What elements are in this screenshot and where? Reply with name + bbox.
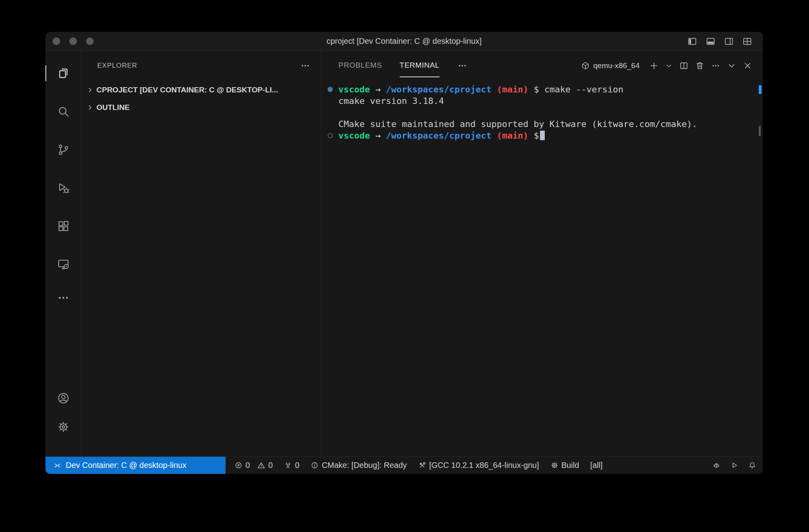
- split-terminal-button[interactable]: [679, 61, 689, 70]
- activity-run-debug[interactable]: [45, 169, 81, 207]
- radio-tower-icon: [284, 461, 292, 469]
- activity-account[interactable]: [45, 384, 81, 413]
- explorer-more-actions-button[interactable]: [300, 61, 310, 71]
- sidebar-section-outline[interactable]: OUTLINE: [81, 99, 321, 116]
- prompt-branch: (main): [497, 131, 528, 141]
- terminal-scrollbar-thumb[interactable]: [759, 126, 761, 136]
- kit-selector[interactable]: [GCC 10.2.1 x86_64-linux-gnu]: [418, 457, 539, 474]
- tab-problems[interactable]: PROBLEMS: [338, 54, 382, 77]
- plus-icon: [649, 61, 659, 70]
- problems-status[interactable]: 0 0: [234, 457, 273, 474]
- zoom-window-button[interactable]: [86, 37, 94, 45]
- close-panel-button[interactable]: [743, 61, 752, 70]
- activity-explorer[interactable]: [45, 54, 81, 92]
- debug-button[interactable]: [712, 461, 721, 469]
- trash-icon: [695, 61, 705, 70]
- titlebar: cproject [Dev Container: C @ desktop-lin…: [45, 32, 763, 51]
- project-section-label: CPROJECT [DEV CONTAINER: C @ DESKTOP-LI.…: [96, 86, 278, 94]
- explorer-title: EXPLORER: [97, 62, 137, 70]
- gear-icon: [57, 420, 70, 434]
- overview-ruler-command-mark: [759, 85, 762, 94]
- customize-layout-button[interactable]: [742, 36, 752, 47]
- source-control-icon: [57, 143, 70, 156]
- account-icon: [57, 391, 70, 405]
- prompt-dollar: $: [534, 131, 539, 141]
- terminal-command: cmake --version: [544, 84, 624, 94]
- activity-search[interactable]: [45, 92, 81, 131]
- terminal-command-decoration-icon[interactable]: [328, 87, 333, 92]
- prompt-arrow: →: [375, 131, 381, 141]
- activity-extensions[interactable]: [45, 207, 81, 245]
- tab-terminal[interactable]: TERMINAL: [400, 54, 440, 77]
- close-icon: [743, 61, 752, 70]
- info-icon: [310, 461, 319, 469]
- ellipsis-icon: [57, 291, 70, 305]
- build-target-label: [all]: [590, 461, 603, 470]
- prompt-arrow: →: [375, 84, 381, 94]
- terminal-profile-selector[interactable]: qemu-x86_64: [581, 61, 640, 70]
- vscode-window: cproject [Dev Container: C @ desktop-lin…: [45, 32, 763, 474]
- toggle-secondary-sidebar-button[interactable]: [724, 36, 734, 47]
- toggle-panel-button[interactable]: [705, 36, 716, 47]
- chevron-down-icon: [665, 62, 673, 70]
- outline-section-label: OUTLINE: [96, 103, 130, 112]
- activity-remote-explorer[interactable]: [45, 245, 81, 284]
- activity-source-control[interactable]: [45, 131, 81, 169]
- prompt-user: vscode: [338, 84, 370, 94]
- ports-count: 0: [295, 461, 299, 470]
- status-bar: Dev Container: C @ desktop-linux 0 0 0 C…: [45, 456, 763, 474]
- terminal-prompt-line: vscode → /workspaces/cproject (main) $: [338, 130, 755, 141]
- sidebar-section-project[interactable]: CPROJECT [DEV CONTAINER: C @ DESKTOP-LI.…: [81, 81, 321, 99]
- error-count: 0: [245, 461, 250, 470]
- cmake-status[interactable]: CMake: [Debug]: Ready: [310, 457, 406, 474]
- remote-label: Dev Container: C @ desktop-linux: [66, 461, 187, 470]
- kill-terminal-button[interactable]: [695, 61, 705, 70]
- chevron-down-icon: [727, 61, 736, 70]
- cmake-status-label: CMake: [Debug]: Ready: [322, 461, 406, 470]
- terminal-output-line: CMake suite maintained and supported by …: [338, 118, 755, 130]
- layout-controls: [687, 36, 763, 47]
- terminal-name-label: qemu-x86_64: [593, 61, 640, 70]
- remote-explorer-icon: [57, 258, 70, 271]
- terminal-profiles-dropdown-button[interactable]: [665, 62, 673, 70]
- warning-count: 0: [268, 461, 273, 470]
- prompt-dollar: $: [534, 84, 539, 94]
- terminal-content: vscode → /workspaces/cproject (main) $ c…: [321, 77, 763, 141]
- terminal-actions: qemu-x86_64: [581, 54, 752, 77]
- play-icon: [730, 461, 738, 469]
- build-button[interactable]: Build: [550, 457, 579, 474]
- prompt-user: vscode: [338, 131, 370, 141]
- chevron-right-icon: [86, 104, 94, 111]
- panel: PROBLEMS TERMINAL qemu-x86_64: [321, 51, 763, 456]
- prompt-path: /workspaces/cproject: [386, 131, 491, 141]
- gear-icon: [550, 461, 559, 469]
- extensions-icon: [57, 219, 70, 233]
- panel-more-actions-button[interactable]: [711, 61, 721, 70]
- cube-icon: [581, 61, 590, 70]
- new-terminal-button[interactable]: [649, 61, 659, 70]
- terminal-prompt-decoration-icon[interactable]: [328, 133, 333, 138]
- hide-panel-button[interactable]: [727, 61, 736, 70]
- split-icon: [679, 61, 689, 70]
- run-debug-icon: [57, 181, 70, 195]
- window-title: cproject [Dev Container: C @ desktop-lin…: [45, 37, 763, 46]
- remote-indicator[interactable]: Dev Container: C @ desktop-linux: [45, 457, 226, 474]
- minimize-window-button[interactable]: [69, 37, 77, 45]
- bell-icon: [748, 461, 756, 469]
- files-icon: [57, 66, 70, 80]
- toggle-primary-sidebar-button[interactable]: [687, 36, 697, 47]
- ellipsis-icon: [711, 61, 721, 70]
- ports-status[interactable]: 0: [284, 457, 299, 474]
- panel-tabs-more-button[interactable]: [457, 61, 467, 71]
- activity-more[interactable]: [45, 284, 81, 312]
- remote-icon: [53, 462, 61, 469]
- activity-settings[interactable]: [45, 413, 81, 441]
- terminal-viewport[interactable]: vscode → /workspaces/cproject (main) $ c…: [321, 77, 763, 456]
- warning-icon: [257, 461, 265, 469]
- activity-bar: [45, 51, 81, 456]
- close-window-button[interactable]: [53, 37, 60, 45]
- launch-button[interactable]: [730, 461, 738, 469]
- tools-icon: [418, 461, 426, 469]
- build-target-selector[interactable]: [all]: [590, 457, 603, 474]
- notifications-button[interactable]: [748, 461, 756, 469]
